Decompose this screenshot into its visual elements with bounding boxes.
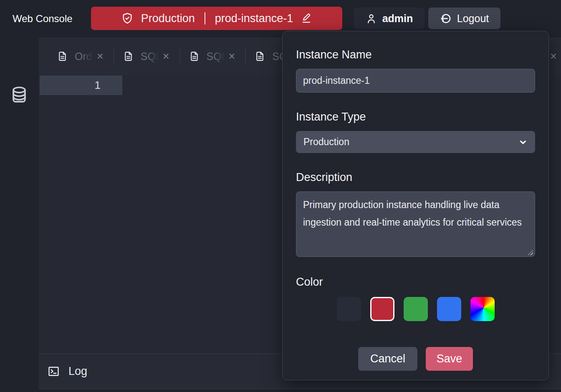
instance-type-select[interactable]: Production [296, 131, 535, 153]
tab-divider [179, 48, 180, 65]
line-number: 1 [95, 79, 101, 92]
file-icon [57, 50, 68, 62]
tab-divider [245, 48, 245, 65]
color-swatch-green[interactable] [404, 297, 428, 321]
badge-separator [205, 12, 205, 25]
color-field-label: Color [296, 274, 535, 289]
instance-name-input[interactable] [296, 69, 535, 93]
tab-label: Ord [75, 50, 94, 63]
bottom-strip [39, 389, 561, 392]
description-textarea[interactable]: Primary production instance handling liv… [296, 191, 535, 257]
sidebar [0, 38, 39, 392]
tab-close-icon[interactable]: × [162, 51, 170, 62]
logout-icon [440, 13, 452, 25]
app-title: Web Console [13, 0, 73, 38]
tab-close-icon[interactable]: × [96, 51, 104, 62]
description-field-label: Description [296, 170, 535, 185]
user-icon [366, 13, 377, 24]
color-swatch-default[interactable] [337, 297, 361, 321]
save-button[interactable]: Save [426, 347, 473, 371]
tab-3[interactable]: SQL × [189, 50, 236, 63]
color-swatch-row [296, 297, 535, 321]
tab-1[interactable]: Ord × [57, 50, 104, 63]
username: admin [382, 13, 413, 25]
terminal-icon [47, 365, 60, 378]
instance-name-label: prod-instance-1 [215, 12, 293, 25]
tab-close-icon-overflow[interactable]: × [550, 38, 557, 75]
tab-label: SQL [207, 50, 226, 63]
instance-type-value: Production [303, 136, 349, 148]
instance-name-field-label: Instance Name [296, 47, 535, 62]
color-swatch-red[interactable] [370, 297, 394, 321]
database-icon[interactable] [10, 85, 28, 105]
instance-settings-modal: Instance Name Instance Type Production D… [282, 31, 549, 380]
user-pill: admin [354, 8, 425, 29]
logout-label: Logout [457, 13, 489, 25]
tab-close-icon[interactable]: × [228, 51, 236, 62]
log-label: Log [68, 365, 87, 378]
tab-divider [114, 48, 114, 65]
file-icon [189, 50, 200, 62]
modal-button-row: Cancel Save [296, 347, 535, 371]
color-swatch-rainbow[interactable] [470, 297, 495, 321]
instance-badge[interactable]: Production prod-instance-1 [91, 7, 342, 30]
tab-label: SQL [141, 50, 160, 63]
file-icon [123, 50, 134, 62]
edit-pencil-icon[interactable] [301, 13, 312, 24]
color-swatch-blue[interactable] [437, 297, 461, 321]
file-icon [255, 50, 265, 62]
web-console-screen: Web Console Production prod-instance-1 [0, 0, 561, 392]
instance-type-field-label: Instance Type [296, 109, 535, 124]
active-line-gutter[interactable]: 1 [40, 75, 122, 95]
logout-button[interactable]: Logout [428, 8, 500, 29]
environment-label: Production [141, 12, 195, 25]
tab-2[interactable]: SQL × [123, 50, 170, 63]
cancel-button[interactable]: Cancel [358, 347, 417, 371]
chevron-down-icon [518, 138, 528, 147]
shield-check-icon [121, 12, 134, 25]
